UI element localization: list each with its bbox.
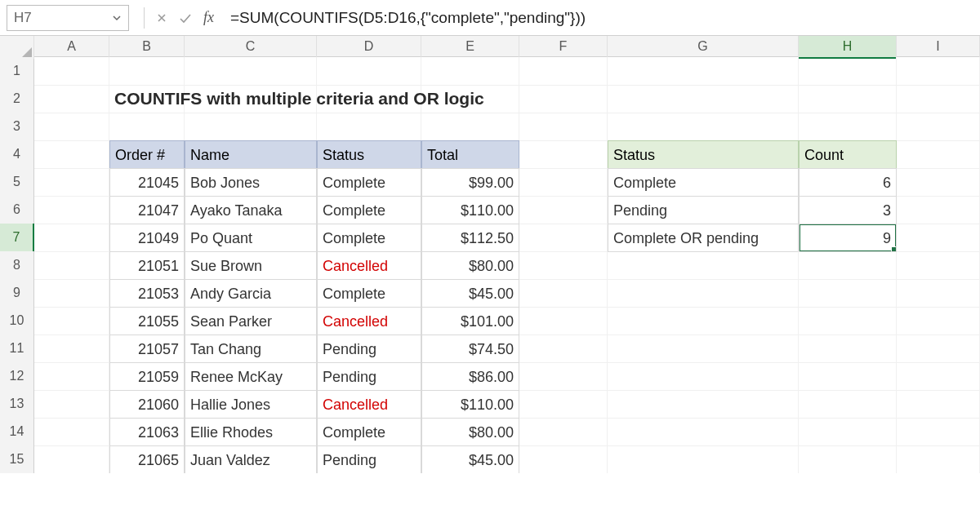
name-cell[interactable]: Tan Chang (185, 335, 317, 363)
active-cell-H7[interactable]: 9 (799, 224, 897, 252)
total-cell[interactable]: $86.00 (421, 362, 519, 391)
cell[interactable] (799, 279, 897, 308)
row-header-9[interactable]: 9 (0, 279, 34, 308)
cell[interactable] (799, 390, 897, 419)
name-cell[interactable]: Andy Garcia (185, 279, 317, 308)
cell[interactable] (897, 307, 980, 335)
cell[interactable] (421, 113, 519, 141)
order-cell[interactable]: 21045 (109, 168, 185, 197)
cell[interactable] (421, 57, 519, 86)
cell[interactable] (109, 113, 185, 141)
cell[interactable] (519, 113, 608, 141)
cell[interactable] (799, 445, 897, 473)
cell[interactable] (799, 85, 897, 113)
total-cell[interactable]: $110.00 (421, 196, 519, 224)
cell[interactable] (519, 251, 608, 280)
total-cell[interactable]: $74.50 (421, 335, 519, 363)
order-cell[interactable]: 21057 (109, 335, 185, 363)
cell[interactable] (608, 335, 799, 363)
status-cell[interactable]: Pending (317, 445, 421, 473)
col-header-B[interactable]: B (109, 36, 185, 59)
order-cell[interactable]: 21063 (109, 418, 185, 446)
status-cell[interactable]: Complete (317, 279, 421, 308)
cell[interactable] (799, 57, 897, 86)
name-cell[interactable]: Ellie Rhodes (185, 418, 317, 446)
cell[interactable] (519, 196, 608, 224)
cell[interactable] (608, 362, 799, 391)
cell[interactable] (799, 113, 897, 141)
col-header-G[interactable]: G (608, 36, 799, 59)
cell[interactable] (608, 57, 799, 86)
status-cell[interactable]: Complete (317, 224, 421, 252)
formula-input[interactable]: =SUM(COUNTIFS(D5:D16,{"complete","pendin… (222, 9, 980, 27)
total-cell[interactable]: $80.00 (421, 251, 519, 280)
name-cell[interactable]: Sean Parker (185, 307, 317, 335)
total-cell[interactable]: $45.00 (421, 279, 519, 308)
cell[interactable] (34, 57, 109, 86)
cell[interactable] (519, 418, 608, 446)
cell[interactable] (519, 307, 608, 335)
cell[interactable] (608, 85, 799, 113)
cell[interactable] (519, 335, 608, 363)
cell[interactable] (897, 251, 980, 280)
cell[interactable] (897, 196, 980, 224)
total-cell[interactable]: $99.00 (421, 168, 519, 197)
row-header-1[interactable]: 1 (0, 57, 34, 86)
cell[interactable] (519, 224, 608, 252)
order-cell[interactable]: 21053 (109, 279, 185, 308)
fx-icon[interactable]: fx (203, 9, 214, 26)
name-cell[interactable]: Bob Jones (185, 168, 317, 197)
row-header-7[interactable]: 7 (0, 224, 34, 252)
cell[interactable] (519, 85, 608, 113)
cell[interactable] (34, 113, 109, 141)
cell[interactable] (608, 390, 799, 419)
cell[interactable] (608, 445, 799, 473)
cell[interactable] (34, 335, 109, 363)
cell[interactable] (799, 418, 897, 446)
cell[interactable] (608, 279, 799, 308)
row-header-5[interactable]: 5 (0, 168, 34, 197)
cell[interactable] (608, 307, 799, 335)
cell[interactable] (897, 390, 980, 419)
cell[interactable] (34, 196, 109, 224)
row-header-10[interactable]: 10 (0, 307, 34, 335)
cell[interactable] (34, 445, 109, 473)
cell[interactable] (34, 140, 109, 169)
status-cell[interactable]: Cancelled (317, 251, 421, 280)
cell[interactable] (799, 251, 897, 280)
row-header-8[interactable]: 8 (0, 251, 34, 280)
status-cell[interactable]: Pending (317, 335, 421, 363)
cell[interactable] (519, 362, 608, 391)
row-header-11[interactable]: 11 (0, 335, 34, 363)
order-cell[interactable]: 21065 (109, 445, 185, 473)
order-cell[interactable]: 21055 (109, 307, 185, 335)
name-cell[interactable]: Sue Brown (185, 251, 317, 280)
total-cell[interactable]: $80.00 (421, 418, 519, 446)
summary-count[interactable]: 6 (799, 168, 897, 197)
status-cell[interactable]: Complete (317, 418, 421, 446)
col-header-A[interactable]: A (34, 36, 109, 59)
row-header-14[interactable]: 14 (0, 418, 34, 446)
cell[interactable] (34, 362, 109, 391)
row-header-6[interactable]: 6 (0, 196, 34, 224)
cell[interactable] (897, 168, 980, 197)
cell[interactable] (799, 362, 897, 391)
cell[interactable] (185, 57, 317, 86)
cell[interactable] (34, 390, 109, 419)
col-header-F[interactable]: F (519, 36, 608, 59)
order-cell[interactable]: 21060 (109, 390, 185, 419)
order-cell[interactable]: 21049 (109, 224, 185, 252)
cell[interactable] (519, 168, 608, 197)
order-cell[interactable]: 21047 (109, 196, 185, 224)
cell[interactable] (109, 57, 185, 86)
row-header-4[interactable]: 4 (0, 140, 34, 169)
name-cell[interactable]: Juan Valdez (185, 445, 317, 473)
status-cell[interactable]: Cancelled (317, 390, 421, 419)
table-header-order[interactable]: Order # (109, 140, 185, 169)
summary-status[interactable]: Pending (608, 196, 799, 224)
status-cell[interactable]: Complete (317, 168, 421, 197)
row-header-3[interactable]: 3 (0, 113, 34, 141)
cell[interactable] (34, 85, 109, 113)
row-header-13[interactable]: 13 (0, 390, 34, 419)
summary-status[interactable]: Complete OR pending (608, 224, 799, 252)
